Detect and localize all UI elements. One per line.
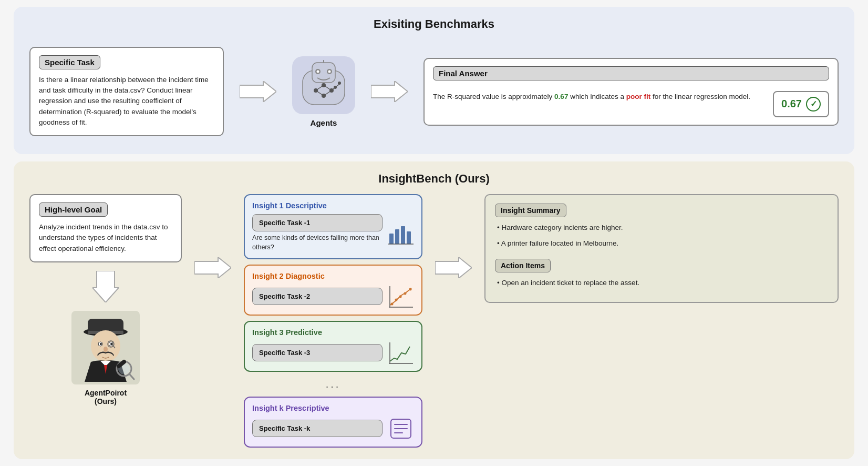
insight-2-title: Insight 2 Diagnostic — [252, 272, 414, 280]
insight-1-subtask: Specific Task -1 — [252, 214, 383, 231]
high-level-goal-text: Analyze incident trends in the data.csv … — [39, 222, 172, 254]
insight-2-row: Specific Task -2 — [252, 285, 414, 308]
final-answer-row: The R-squared value is approximately 0.6… — [433, 91, 829, 117]
final-answer-label: Final Answer — [433, 66, 829, 80]
poirot-line1: AgentPoirot — [85, 389, 127, 397]
summary-arrow-svg — [435, 257, 472, 278]
top-section: Exisiting Benchmarks Specific Task Is th… — [14, 7, 854, 154]
insights-col: Insight 1 Descriptive Specific Task -1 A… — [244, 194, 422, 448]
answer-text-before: The R-squared value is approximately — [433, 93, 554, 100]
bar-chart-icon — [388, 221, 414, 245]
final-answer-box: Final Answer The R-squared value is appr… — [423, 58, 839, 126]
down-arrow-svg — [92, 271, 119, 302]
line-chart-icon — [388, 341, 414, 364]
agent-poirot: AgentPoirot (Ours) — [71, 311, 140, 406]
insight-3-row: Specific Task -3 — [252, 341, 414, 364]
arrow-down — [92, 271, 119, 302]
insight-2-subtask: Specific Task -2 — [252, 288, 383, 305]
specific-task-box: Specific Task Is there a linear relation… — [29, 47, 224, 136]
svg-rect-39 — [389, 234, 394, 244]
svg-point-46 — [395, 299, 398, 301]
detective-svg — [74, 313, 137, 382]
svg-point-47 — [399, 296, 402, 298]
svg-marker-58 — [435, 257, 472, 278]
arrow-to-agents — [240, 81, 276, 102]
right-arrow-svg — [240, 81, 276, 102]
poor-fit-text: poor fit — [626, 93, 651, 100]
action-item-1: • Open an incident ticket to replace the… — [495, 278, 828, 288]
insight-summary-label: Insight Summary — [495, 204, 566, 217]
poirot-image — [71, 311, 140, 384]
main-container: Exisiting Benchmarks Specific Task Is th… — [14, 7, 854, 459]
left-col: High-level Goal Analyze incident trends … — [29, 194, 182, 406]
summary-box: Insight Summary • Hardware category inci… — [484, 194, 839, 303]
svg-marker-38 — [194, 257, 231, 278]
action-items-label: Action Items — [495, 259, 551, 272]
insight-3-subtask: Specific Task -3 — [252, 344, 383, 361]
insight-k-subtask: Specific Task -k — [252, 420, 383, 437]
svg-marker-22 — [92, 271, 119, 302]
bottom-content: High-level Goal Analyze incident trends … — [29, 194, 839, 449]
final-answer-text: The R-squared value is approximately 0.6… — [433, 91, 764, 103]
scatter-chart-icon — [388, 285, 414, 308]
score-value: 0.67 — [781, 98, 802, 110]
bottom-section: InsightBench (Ours) High-level Goal Anal… — [14, 161, 854, 459]
svg-point-8 — [328, 70, 331, 73]
svg-rect-41 — [401, 226, 405, 244]
specific-task-label: Specific Task — [39, 55, 100, 69]
insight-1-desc: Are some kinds of devices failing more t… — [252, 234, 383, 252]
text-icon — [388, 417, 414, 440]
top-content: Specific Task Is there a linear relation… — [29, 39, 839, 144]
svg-rect-42 — [407, 231, 411, 244]
insight-3-card: Insight 3 Predictive Specific Task -3 — [244, 321, 422, 372]
high-level-goal-label: High-level Goal — [39, 202, 108, 217]
robot-icon — [292, 56, 355, 114]
svg-rect-40 — [395, 229, 399, 244]
insight-3-title: Insight 3 Predictive — [252, 328, 414, 337]
summary-item-2: • A printer failure located in Melbourne… — [495, 238, 828, 249]
insight-k-row: Specific Task -k — [252, 417, 414, 440]
high-level-goal-box: High-level Goal Analyze incident trends … — [29, 194, 182, 262]
check-icon: ✓ — [806, 97, 821, 112]
summary-item-1: • Hardware category incients are higher. — [495, 222, 828, 233]
robot-svg — [297, 60, 350, 110]
arrow-to-answer — [371, 81, 408, 102]
top-title: Exisiting Benchmarks — [29, 17, 839, 31]
svg-marker-0 — [240, 81, 276, 102]
svg-point-29 — [100, 343, 102, 345]
agent-box: Agents — [292, 56, 355, 127]
svg-point-20 — [338, 82, 341, 85]
summary-col: Insight Summary • Hardware category inci… — [484, 194, 839, 303]
answer-text-middle: which indicates a — [568, 93, 626, 100]
svg-point-49 — [409, 288, 412, 291]
svg-point-48 — [404, 292, 407, 295]
dots: ... — [244, 378, 422, 390]
svg-line-37 — [130, 374, 134, 379]
svg-point-33 — [104, 347, 108, 352]
svg-point-26 — [91, 330, 120, 362]
agents-label: Agents — [311, 118, 337, 127]
mid-arrow-svg — [194, 257, 231, 278]
insight-1-title: Insight 1 Descriptive — [252, 201, 414, 210]
agent-poirot-label: AgentPoirot (Ours) — [85, 389, 127, 406]
insight-k-title: Insight k Prescriptive — [252, 404, 414, 412]
svg-point-30 — [110, 343, 112, 345]
insight-1-card: Insight 1 Descriptive Specific Task -1 A… — [244, 194, 422, 259]
mid-arrow — [194, 257, 231, 278]
specific-task-text: Is there a linear relationship between t… — [39, 75, 214, 128]
bottom-title: InsightBench (Ours) — [29, 172, 839, 186]
svg-point-7 — [317, 70, 319, 73]
insight-1-row: Specific Task -1 Are some kinds of devic… — [252, 214, 414, 252]
arrow-to-summary — [435, 257, 472, 278]
insight-2-card: Insight 2 Diagnostic Specific Task -2 — [244, 265, 422, 316]
right-arrow-svg-2 — [371, 81, 408, 102]
answer-text-after: for the linear regression model. — [650, 93, 750, 100]
answer-value: 0.67 — [554, 93, 568, 100]
svg-marker-21 — [371, 81, 408, 102]
insight-k-card: Insight k Prescriptive Specific Task -k — [244, 397, 422, 448]
svg-point-45 — [391, 303, 394, 306]
score-badge: 0.67 ✓ — [773, 91, 829, 117]
poirot-line2: (Ours) — [95, 397, 117, 406]
